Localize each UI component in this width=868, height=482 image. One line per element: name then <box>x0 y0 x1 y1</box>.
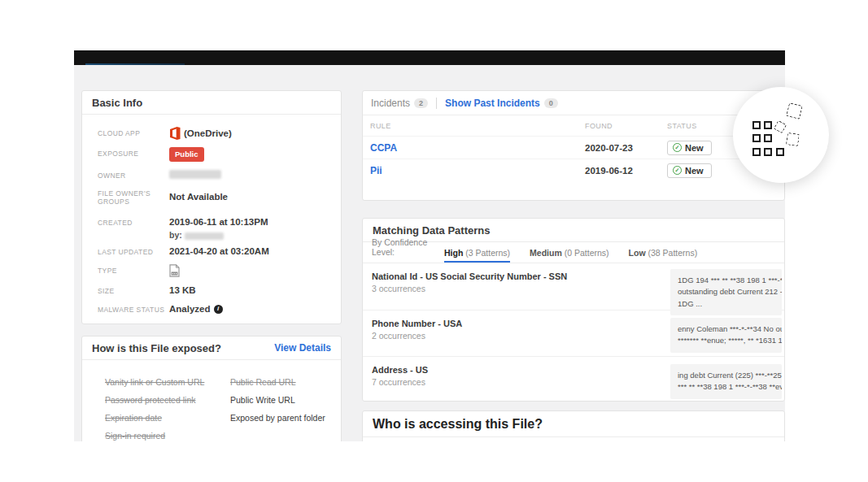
incident-status-button[interactable]: ✓ New <box>667 163 712 178</box>
field-type: TYPE <box>98 264 341 277</box>
content-background: Basic Info CLOUD APP (OneDrive) EXPOSURE… <box>74 65 785 441</box>
tab-incidents-label: Incidents <box>371 98 410 109</box>
magnifier-decoration <box>733 87 829 183</box>
field-owner: OWNER <box>98 169 341 180</box>
field-label: FILE OWNER'S GROUPS <box>98 187 169 206</box>
tab-divider <box>436 98 437 109</box>
file-exposed-panel: How is this File exposed? View Details V… <box>81 336 342 441</box>
exposure-item-public-read-url: Public Read URL <box>230 377 325 387</box>
field-label: LAST UPDATED <box>98 245 169 257</box>
pattern-snippet: 1DG 194 *** ** **38 198 1 ***-*-**38 ** … <box>670 269 782 315</box>
file-access-title: Who is accessing this File? <box>363 411 784 437</box>
incident-status-button[interactable]: ✓ New <box>667 141 712 155</box>
pattern-row-ssn: National Id - US Social Security Number … <box>363 263 784 310</box>
basic-info-panel: Basic Info CLOUD APP (OneDrive) EXPOSURE… <box>81 90 342 324</box>
data-square-icon <box>752 134 761 142</box>
dotted-square-icon <box>786 132 800 146</box>
matching-patterns-panel: Matching Data Patterns By Confidence Lev… <box>362 218 785 402</box>
incident-row: Pii 2019-06-12 ✓ New <box>363 158 784 181</box>
check-circle-icon: ✓ <box>673 143 682 152</box>
data-square-icon <box>752 148 761 156</box>
field-malware-status: MALWARE STATUS Analyzed i <box>98 303 341 315</box>
incident-rule-link[interactable]: CCPA <box>370 142 585 154</box>
exposure-item-sign-in-required: Sign-in required <box>105 431 341 441</box>
col-found: FOUND <box>585 122 667 130</box>
data-square-icon <box>776 148 784 156</box>
tab-confidence-medium[interactable]: Medium (0 Patterns) <box>530 248 608 263</box>
data-square-icon <box>764 121 772 129</box>
field-created: CREATED 2019-06-11 at 10:13PM by: <box>98 216 341 241</box>
field-cloud-app: CLOUD APP (OneDrive) <box>98 127 341 140</box>
created-by-redacted <box>185 232 224 240</box>
app-screenshot-frame: Basic Info CLOUD APP (OneDrive) EXPOSURE… <box>74 50 785 441</box>
incident-status-label: New <box>685 166 704 176</box>
field-last-updated: LAST UPDATED 2021-04-20 at 03:20AM <box>98 245 341 257</box>
field-label: OWNER <box>98 169 169 180</box>
exposure-public-badge: Public <box>169 147 204 162</box>
top-navigation-bar <box>74 50 785 65</box>
field-exposure: EXPOSURE Public <box>98 147 341 162</box>
file-type-icon <box>169 264 180 277</box>
file-exposed-title: How is this File exposed? <box>92 342 221 354</box>
onedrive-office-icon <box>169 127 181 140</box>
field-label: CLOUD APP <box>98 127 169 140</box>
pattern-row-phone: Phone Number - USA 2 occurrences enny Co… <box>363 310 784 357</box>
exposure-item-public-write-url: Public Write URL <box>230 395 325 405</box>
data-square-icon <box>764 134 772 142</box>
basic-info-fields: CLOUD APP (OneDrive) EXPOSURE Public OWN… <box>82 115 341 315</box>
field-label: TYPE <box>98 264 169 277</box>
incident-row: CCPA 2020-07-23 ✓ New <box>363 136 784 158</box>
exposure-item-parent-folder: Exposed by parent folder <box>230 413 325 423</box>
incidents-table-header: RULE FOUND STATUS <box>363 115 784 136</box>
field-size: SIZE 13 KB <box>98 284 341 296</box>
created-date-value: 2019-06-11 at 10:13PM <box>169 217 268 227</box>
basic-info-title: Basic Info <box>82 91 341 115</box>
incidents-count-badge: 2 <box>414 98 428 108</box>
tab-show-past-incidents[interactable]: Show Past Incidents 0 <box>445 98 558 109</box>
info-icon[interactable]: i <box>214 305 223 314</box>
check-circle-icon: ✓ <box>673 166 682 175</box>
pattern-row-address: Address - US 7 occurrences ing debt Curr… <box>363 357 784 402</box>
data-square-icon <box>764 148 772 156</box>
pattern-snippet: enny Coleman ***-*-**34 No outstandin **… <box>670 318 782 353</box>
last-updated-value: 2021-04-20 at 03:20AM <box>169 245 269 257</box>
confidence-filter-label: By Confidence Level: <box>372 237 444 263</box>
incident-rule-link[interactable]: Pii <box>370 165 585 176</box>
size-value: 13 KB <box>169 284 196 296</box>
cloud-app-value: (OneDrive) <box>184 128 232 139</box>
field-label: EXPOSURE <box>98 147 169 162</box>
incident-found-date: 2020-07-23 <box>585 143 667 153</box>
owner-groups-value: Not Available <box>169 187 228 206</box>
malware-status-value: Analyzed <box>169 303 211 315</box>
field-label: CREATED <box>98 216 169 241</box>
file-access-panel: Who is accessing this File? DATE EVENT N… <box>362 410 785 441</box>
tab-confidence-low[interactable]: Low (38 Patterns) <box>629 248 698 263</box>
tab-confidence-high[interactable]: High (3 Patterns) <box>444 248 510 263</box>
matching-patterns-title: Matching Data Patterns <box>373 224 490 237</box>
tab-past-label: Show Past Incidents <box>445 98 540 109</box>
past-incidents-count-badge: 0 <box>544 98 558 108</box>
incidents-panel: Incidents 2 Show Past Incidents 0 RULE F… <box>362 90 785 201</box>
exposure-right-column: Public Read URL Public Write URL Exposed… <box>230 377 325 431</box>
col-rule: RULE <box>370 122 585 130</box>
owner-redacted-value <box>169 170 221 179</box>
incident-found-date: 2019-06-12 <box>585 166 667 176</box>
tab-incidents[interactable]: Incidents 2 <box>371 98 428 109</box>
created-by-label: by: <box>169 230 182 240</box>
incident-status-label: New <box>685 143 704 153</box>
field-label: SIZE <box>98 284 169 296</box>
pattern-snippet: ing debt Current (225) ***-**25 *** ****… <box>670 364 782 399</box>
field-label: MALWARE STATUS <box>98 303 169 315</box>
view-details-link[interactable]: View Details <box>274 342 331 354</box>
data-square-icon <box>752 121 761 129</box>
field-owner-groups: FILE OWNER'S GROUPS Not Available <box>98 187 341 206</box>
